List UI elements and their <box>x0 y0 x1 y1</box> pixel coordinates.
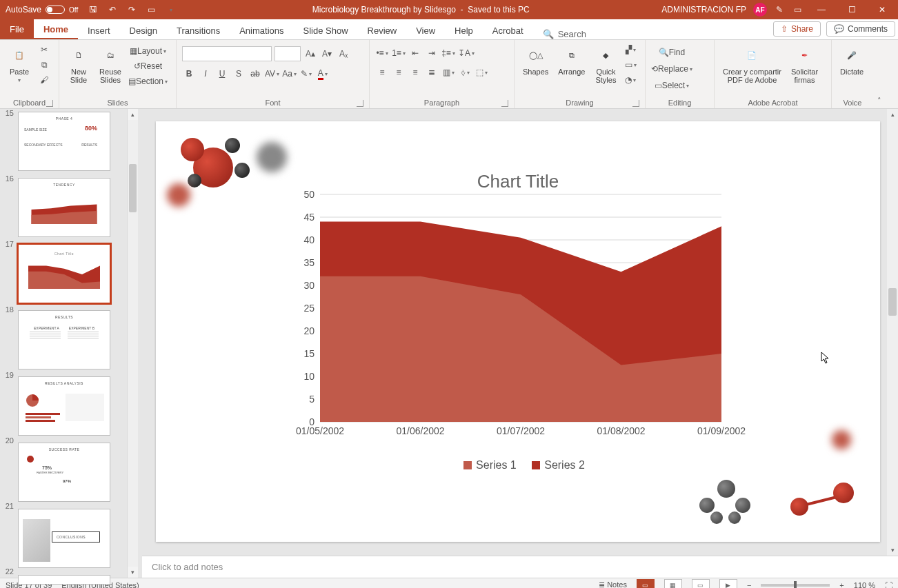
shadow-button[interactable]: S <box>232 67 246 81</box>
change-case-button[interactable]: Aa <box>282 67 297 81</box>
paragraph-dialog-launcher[interactable] <box>501 100 508 107</box>
shapes-button[interactable]: ◯△Shapes <box>520 43 551 77</box>
underline-button[interactable]: U <box>215 67 229 81</box>
bullets-button[interactable]: •≡ <box>375 46 389 60</box>
chart-plot[interactable]: 0510152025303540455001/05/200201/06/2002… <box>287 194 721 436</box>
canvas-scrollbar[interactable]: ▴ ▾ <box>887 109 898 556</box>
redo-icon[interactable]: ↷ <box>126 4 137 15</box>
slide-thumbnail-19[interactable]: RESULTS ANALYSIS <box>18 376 110 436</box>
notes-toggle[interactable]: ≣ Notes <box>599 580 627 588</box>
tab-animations[interactable]: Animations <box>230 21 293 39</box>
decrease-indent-icon[interactable]: ⇤ <box>408 46 422 60</box>
thumbnails-scrollbar[interactable]: ▴ ▾ <box>127 109 138 578</box>
slide-canvas[interactable]: Chart Title 0510152025303540455001/05/20… <box>156 121 880 542</box>
ribbon-display-icon[interactable]: ▭ <box>792 4 803 15</box>
dictate-button[interactable]: 🎤Dictate <box>837 43 866 77</box>
italic-button[interactable]: I <box>199 67 212 81</box>
bold-button[interactable]: B <box>182 67 196 81</box>
shape-effects-button[interactable]: ◔ <box>623 73 637 87</box>
minimize-button[interactable]: — <box>810 0 833 19</box>
clipboard-dialog-launcher[interactable] <box>46 100 53 107</box>
zoom-in-button[interactable]: + <box>839 581 844 589</box>
close-button[interactable]: ✕ <box>870 0 894 19</box>
find-button[interactable]: 🔍 Find <box>651 45 692 59</box>
collapse-ribbon-icon[interactable]: ˄ <box>873 40 886 108</box>
slide-thumbnail-15[interactable]: PHASE 4 SAMPLE SIZE 80% SECONDARY EFFECT… <box>18 112 110 171</box>
account-name[interactable]: ADMINISTRACION FP <box>661 5 746 14</box>
reading-view-button[interactable]: ▭ <box>692 579 710 589</box>
tab-insert[interactable]: Insert <box>78 21 120 39</box>
slideshow-from-start-icon[interactable]: ▭ <box>146 4 157 15</box>
chart-title[interactable]: Chart Title <box>156 171 880 192</box>
align-text-button[interactable]: ⎀ <box>458 65 472 79</box>
align-right-icon[interactable]: ≡ <box>408 65 422 79</box>
font-size-combo[interactable] <box>275 46 301 61</box>
scroll-up-icon[interactable]: ▴ <box>128 109 138 120</box>
justify-icon[interactable]: ≣ <box>425 65 439 79</box>
comments-button[interactable]: 💬Comments <box>826 21 895 37</box>
font-dialog-launcher[interactable] <box>357 100 363 107</box>
coming-soon-icon[interactable]: ✎ <box>774 4 785 15</box>
align-left-icon[interactable]: ≡ <box>375 65 389 79</box>
quick-styles-button[interactable]: ◆Quick Styles <box>592 43 619 85</box>
zoom-level[interactable]: 110 % <box>854 581 875 589</box>
reset-button[interactable]: ↺ Reset <box>128 59 168 73</box>
strike-button[interactable]: ab <box>248 67 262 81</box>
undo-icon[interactable]: ↶ <box>107 4 118 15</box>
save-icon[interactable]: 🖫 <box>88 4 99 15</box>
tab-review[interactable]: Review <box>358 21 407 39</box>
cut-icon[interactable]: ✂ <box>37 43 51 57</box>
notes-pane[interactable]: Click to add notes <box>142 556 898 578</box>
scroll-up-icon[interactable]: ▴ <box>887 109 898 120</box>
line-spacing-button[interactable]: ‡≡ <box>441 46 455 60</box>
numbering-button[interactable]: 1≡ <box>392 46 406 60</box>
select-button[interactable]: ▭ Select <box>651 79 692 92</box>
fit-to-window-button[interactable]: ⛶ <box>885 581 892 589</box>
chart-legend[interactable]: Series 1 Series 2 <box>156 459 880 472</box>
slideshow-view-button[interactable]: ▶ <box>719 579 737 589</box>
font-color-button[interactable]: A <box>316 67 330 81</box>
paste-button[interactable]: 📋 Paste ▾ <box>6 43 33 85</box>
autosave-switch-icon[interactable] <box>46 6 65 14</box>
replace-button[interactable]: ⟲ Replace <box>651 62 692 76</box>
slide-thumbnail-20[interactable]: SUCCESS RATE 75% FASTER RECOVERY 97% <box>18 443 110 502</box>
tab-acrobat[interactable]: Acrobat <box>483 21 533 39</box>
scroll-down-icon[interactable]: ▾ <box>128 567 138 578</box>
slide-thumbnail-22[interactable] <box>18 575 110 585</box>
zoom-slider-thumb[interactable] <box>794 581 797 589</box>
drawing-dialog-launcher[interactable] <box>632 100 639 107</box>
create-pdf-button[interactable]: 📄Crear y compartir PDF de Adobe <box>720 43 784 85</box>
align-center-icon[interactable]: ≡ <box>392 65 406 79</box>
tab-view[interactable]: View <box>406 21 445 39</box>
new-slide-button[interactable]: 🗋New Slide <box>65 43 92 85</box>
tab-help[interactable]: Help <box>445 21 483 39</box>
text-direction-button[interactable]: ↧A <box>458 46 475 60</box>
slide-thumbnail-17[interactable]: Chart Title <box>18 244 110 303</box>
scroll-down-icon[interactable]: ▾ <box>887 545 898 556</box>
tab-home[interactable]: Home <box>34 20 78 39</box>
autosave-toggle[interactable]: AutoSave Off <box>0 5 83 14</box>
sorter-view-button[interactable]: ▦ <box>664 579 682 589</box>
format-painter-icon[interactable]: 🖌 <box>37 73 51 87</box>
tab-slideshow[interactable]: Slide Show <box>293 21 357 39</box>
smartart-button[interactable]: ⬚ <box>475 65 488 79</box>
slide-thumbnail-18[interactable]: RESULTS EXPERIMENT A EXPERIMENT B <box>18 310 110 369</box>
qat-customize-icon[interactable] <box>165 4 176 15</box>
slide-thumbnail-21[interactable]: CONCLUSIONS <box>18 509 110 568</box>
tab-file[interactable]: File <box>0 19 34 39</box>
char-spacing-button[interactable]: AV <box>265 67 279 81</box>
scroll-handle[interactable] <box>129 164 137 212</box>
zoom-slider[interactable] <box>761 584 830 587</box>
layout-button[interactable]: ▦ Layout <box>128 44 168 58</box>
arrange-button[interactable]: ⧉Arrange <box>555 43 588 77</box>
scroll-handle[interactable] <box>888 288 897 316</box>
normal-view-button[interactable]: ▭ <box>637 579 655 589</box>
tell-me-search[interactable]: 🔍 Search <box>533 29 596 39</box>
share-button[interactable]: ⇧Share <box>773 21 821 37</box>
columns-button[interactable]: ▥ <box>441 65 455 79</box>
increase-font-icon[interactable]: A▴ <box>303 47 317 61</box>
maximize-button[interactable]: ☐ <box>840 0 864 19</box>
tab-design[interactable]: Design <box>120 21 167 39</box>
increase-indent-icon[interactable]: ⇥ <box>425 46 439 60</box>
section-button[interactable]: ▤ Section <box>128 74 168 88</box>
